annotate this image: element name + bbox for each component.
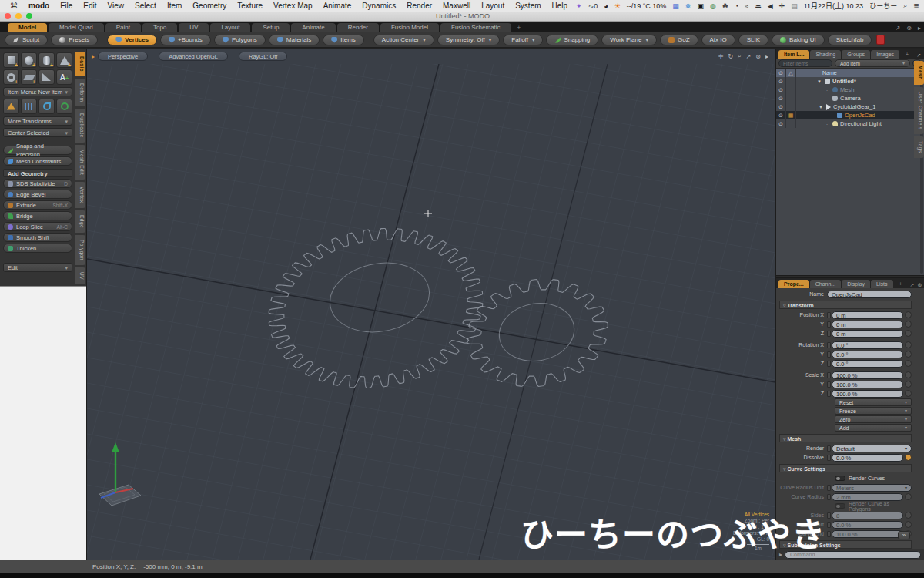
tab-paint[interactable]: Paint xyxy=(105,23,141,32)
menu-item-help[interactable]: Help xyxy=(547,2,574,10)
eye-icon[interactable]: ⊙ xyxy=(776,77,786,86)
raygl-button[interactable]: RayGL: Off xyxy=(239,52,287,61)
menu-item-system[interactable]: System xyxy=(510,2,546,10)
tab-model-quad[interactable]: Model Quad xyxy=(49,23,104,32)
center-selected-dropdown[interactable]: Center Selected▾ xyxy=(3,128,72,137)
menu-item-edit[interactable]: Edit xyxy=(78,2,102,10)
vtab-edge[interactable]: Edge xyxy=(75,210,85,233)
scale-x-field[interactable]: 100.0 % xyxy=(832,371,903,379)
tab-groups[interactable]: Groups xyxy=(842,50,870,59)
snapping-button[interactable]: Snapping xyxy=(546,35,598,45)
apple-logo-icon[interactable]: ⌘ xyxy=(5,2,23,10)
vtab-polygon[interactable]: Polygon xyxy=(75,235,85,265)
channel-mini-button[interactable] xyxy=(827,445,831,452)
add-tab-button[interactable]: + xyxy=(513,23,526,32)
curve-radius-unit-dropdown[interactable]: Meters▾ xyxy=(832,484,912,492)
curve-settings-section-header[interactable]: Curve Settings xyxy=(779,464,912,472)
tab-lists[interactable]: Lists xyxy=(871,280,892,288)
weather-text[interactable]: --/19 °C 10% xyxy=(624,2,670,10)
scale-z-field[interactable]: 100.0 % xyxy=(832,390,903,398)
envelope-button[interactable] xyxy=(905,390,912,397)
gear-icon[interactable]: ⊛ xyxy=(903,25,915,32)
item-row-cycloidalgear[interactable]: ⊙ ▼ CycloidalGear_1 xyxy=(776,102,924,111)
render-curve-as-polygons-toggle[interactable] xyxy=(835,503,845,509)
goz-button[interactable]: GoZ xyxy=(660,35,698,45)
position-y-field[interactable]: 0 m xyxy=(832,321,903,328)
tab-topo[interactable]: Topo xyxy=(142,23,177,32)
tool-loop-slice[interactable]: Loop SliceAlt-C xyxy=(3,222,72,231)
scale-y-field[interactable]: 100.0 % xyxy=(832,381,903,388)
wifi-icon[interactable]: ≈ xyxy=(742,2,752,10)
array-tool-button[interactable] xyxy=(21,99,37,114)
channel-mini-button[interactable] xyxy=(827,342,831,348)
channel-mini-button[interactable] xyxy=(827,455,831,461)
channel-mini-button[interactable] xyxy=(827,522,831,528)
sculpt-button[interactable]: Sculpt xyxy=(5,35,48,45)
slik-button[interactable]: SLIK xyxy=(738,35,768,45)
tab-layout[interactable]: Layout xyxy=(210,23,250,32)
menu-item-render[interactable]: Render xyxy=(401,2,437,10)
chevron-right-icon[interactable]: ▸ xyxy=(763,53,771,60)
add-item-dropdown[interactable]: Add Item▾ xyxy=(835,59,910,67)
channel-mini-button[interactable] xyxy=(827,361,831,367)
tool-extrude[interactable]: ExtrudeShift-X xyxy=(3,200,72,210)
vtab-tags[interactable]: Tags xyxy=(914,136,924,158)
item-name-field[interactable]: OpenJsCad xyxy=(827,291,912,298)
menu-item-vertexmap[interactable]: Vertex Map xyxy=(268,2,318,10)
weather-icon[interactable]: ☀ xyxy=(611,2,624,10)
orbit-icon[interactable]: ↻ xyxy=(725,53,735,60)
tool-edge-bevel[interactable]: Edge Bevel xyxy=(3,190,72,199)
mode-items-button[interactable]: Items xyxy=(323,35,364,45)
expand-icon[interactable]: ↗ xyxy=(915,52,922,59)
position-z-field[interactable]: 0 m xyxy=(832,330,903,338)
input-flag-icon[interactable]: ▤ xyxy=(788,2,801,10)
afx-io-button[interactable]: Afx IO xyxy=(701,35,735,45)
envelope-button[interactable] xyxy=(905,311,912,318)
envelope-button[interactable] xyxy=(905,521,912,528)
baking-ui-button[interactable]: Baking UI xyxy=(772,35,825,45)
rotation-y-field[interactable]: 0.0 ° xyxy=(832,351,903,358)
add-torus-button[interactable] xyxy=(3,69,19,85)
menu-clock[interactable]: 11月22日(土) 10:23 xyxy=(801,1,866,11)
curve-end-field[interactable]: 100.0 % xyxy=(832,530,903,538)
viewport-3d[interactable]: ▸ Perspective Advanced OpenGL RayGL: Off… xyxy=(87,49,775,560)
edit-dropdown[interactable]: Edit▾ xyxy=(3,263,72,272)
menu-item-select[interactable]: Select xyxy=(129,2,162,10)
add-cone-button[interactable] xyxy=(56,52,72,68)
mode-polygons-button[interactable]: Polygons xyxy=(214,35,266,45)
expand-icon[interactable]: ↗ xyxy=(909,282,916,288)
zoom-icon[interactable]: ⌕ xyxy=(735,52,743,60)
extinguisher-icon[interactable] xyxy=(876,35,885,45)
eye-icon[interactable]: ⊙ xyxy=(776,102,786,111)
envelope-button[interactable] xyxy=(905,512,912,519)
item-row-mesh[interactable]: ⊙ · Mesh xyxy=(776,86,924,94)
tool-thicken[interactable]: Thicken xyxy=(3,244,72,253)
status-dot-icon[interactable]: ◕ xyxy=(601,2,611,10)
envelope-button[interactable] xyxy=(905,330,912,337)
render-dropdown[interactable]: Default▾ xyxy=(832,445,912,452)
vtab-uv[interactable]: UV xyxy=(75,267,85,284)
action-center-dropdown[interactable]: Action Center▾ xyxy=(373,35,434,45)
viewport-canvas[interactable] xyxy=(87,64,775,560)
rotation-z-field[interactable]: 0.0 ° xyxy=(832,360,903,368)
more-properties-button[interactable]: » xyxy=(898,531,910,539)
eye-icon[interactable]: ⊙ xyxy=(776,94,786,102)
tab-render[interactable]: Render xyxy=(337,23,379,32)
tab-animate[interactable]: Animate xyxy=(291,23,335,32)
work-plane-dropdown[interactable]: Work Plane▾ xyxy=(601,35,657,45)
channel-mini-button[interactable] xyxy=(827,391,831,397)
channel-mini-button[interactable] xyxy=(827,381,831,388)
shading-mode-button[interactable]: Advanced OpenGL xyxy=(159,52,228,61)
curve-start-field[interactable]: 0.0 % xyxy=(832,521,903,529)
tool-bridge[interactable]: Bridge xyxy=(3,211,72,220)
tab-images[interactable]: Images xyxy=(871,50,899,59)
envelope-button[interactable] xyxy=(905,341,912,348)
tab-fusion-model[interactable]: Fusion Model xyxy=(380,23,439,32)
tab-shading[interactable]: Shading xyxy=(810,50,841,59)
rotation-x-field[interactable]: 0.0 ° xyxy=(832,341,903,349)
menu-item-view[interactable]: View xyxy=(102,2,130,10)
channel-mini-button[interactable] xyxy=(827,485,831,491)
status-app-icon[interactable]: ✦ xyxy=(573,2,585,10)
vtab-user-channels[interactable]: User Channels xyxy=(914,87,924,135)
viewport-menu-icon[interactable]: ▸ xyxy=(92,53,95,60)
